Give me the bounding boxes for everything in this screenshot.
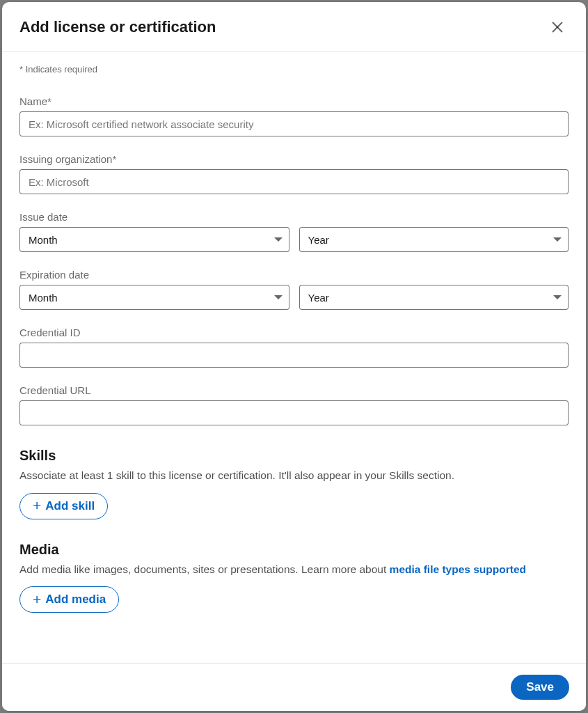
modal-header: Add license or certification [2,2,586,52]
add-media-button[interactable]: + Add media [19,586,119,613]
credential-id-field-group: Credential ID [19,327,569,368]
required-indicator-note: * Indicates required [19,57,569,79]
issuing-org-label: Issuing organization* [19,153,569,165]
credential-url-label: Credential URL [19,384,569,396]
name-input[interactable] [19,111,569,136]
issuing-org-input[interactable] [19,169,569,194]
name-field-group: Name* [19,95,569,136]
expiration-year-select[interactable]: Year [299,285,569,310]
credential-id-label: Credential ID [19,327,569,338]
skills-description: Associate at least 1 skill to this licen… [19,468,569,483]
credential-url-field-group: Credential URL [19,384,569,425]
modal-footer: Save [2,663,586,711]
media-heading: Media [19,542,569,558]
issue-year-select[interactable]: Year [299,227,569,252]
issue-month-select[interactable]: Month [19,227,289,252]
credential-id-input[interactable] [19,343,569,368]
plus-icon: + [33,592,41,606]
expiration-month-select[interactable]: Month [19,285,289,310]
expiration-date-field-group: Expiration date Month Year [19,269,569,310]
name-label: Name* [19,95,569,107]
media-description-text: Add media like images, documents, sites … [19,563,390,575]
credential-url-input[interactable] [19,400,569,425]
plus-icon: + [33,498,41,512]
modal-title: Add license or certification [19,18,216,36]
close-icon [550,19,565,35]
skills-heading: Skills [19,448,569,464]
modal-body[interactable]: * Indicates required Name* Issuing organ… [2,52,586,663]
add-skill-label: Add skill [45,499,95,513]
media-types-link[interactable]: media file types supported [390,563,526,575]
save-button[interactable]: Save [511,675,569,700]
add-media-label: Add media [45,593,106,606]
expiration-date-label: Expiration date [19,269,569,281]
add-skill-button[interactable]: + Add skill [19,493,108,519]
close-button[interactable] [546,16,569,38]
media-description: Add media like images, documents, sites … [19,562,569,577]
issuing-org-field-group: Issuing organization* [19,153,569,194]
add-certification-modal: Add license or certification * Indicates… [2,2,586,711]
issue-date-field-group: Issue date Month Year [19,211,569,252]
issue-date-label: Issue date [19,211,569,223]
